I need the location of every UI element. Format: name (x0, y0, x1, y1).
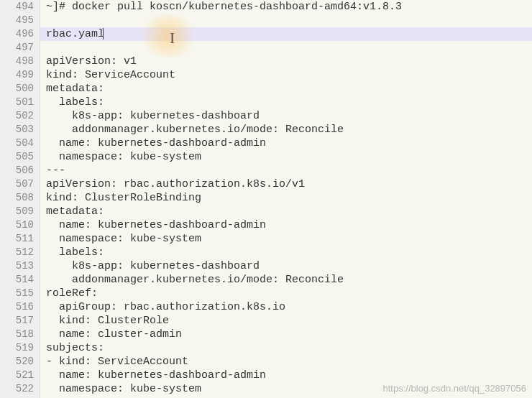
line-number: 500 (6, 82, 35, 96)
text-caret (103, 28, 104, 40)
line-number: 517 (6, 314, 35, 328)
code-line[interactable]: apiVersion: rbac.authorization.k8s.io/v1 (46, 177, 532, 191)
code-line[interactable]: addonmanager.kubernetes.io/mode: Reconci… (46, 123, 532, 136)
code-line[interactable]: metadata: (46, 205, 532, 218)
code-line[interactable]: namespace: kube-system (46, 232, 532, 246)
code-line[interactable]: name: kubernetes-dashboard-admin (46, 136, 532, 150)
line-number-gutter: 4944954964974984995005015025035045055065… (0, 0, 40, 398)
line-number: 521 (6, 369, 35, 382)
code-line[interactable]: rbac.yaml (40, 27, 532, 41)
code-line[interactable]: kind: ClusterRole (46, 314, 532, 328)
code-line[interactable] (46, 41, 532, 55)
code-line[interactable]: ~]# docker pull koscn/kubernetes-dashboa… (46, 0, 532, 14)
code-line[interactable]: kind: ClusterRoleBinding (46, 191, 532, 205)
code-line[interactable] (46, 14, 532, 27)
code-line[interactable]: apiVersion: v1 (46, 55, 532, 68)
line-number: 510 (6, 218, 35, 232)
line-number: 505 (6, 150, 35, 164)
code-line[interactable]: --- (46, 164, 532, 177)
line-number: 514 (6, 273, 35, 287)
line-number: 496 (6, 27, 35, 41)
line-number: 518 (6, 328, 35, 341)
code-line[interactable]: roleRef: (46, 287, 532, 300)
code-line[interactable]: namespace: kube-system (46, 382, 532, 396)
code-line[interactable]: name: kubernetes-dashboard-admin (46, 369, 532, 382)
code-line[interactable]: k8s-app: kubernetes-dashboard (46, 109, 532, 123)
line-number: 519 (6, 341, 35, 355)
line-number: 515 (6, 287, 35, 300)
line-number: 509 (6, 205, 35, 218)
line-number: 512 (6, 246, 35, 259)
line-number: 511 (6, 232, 35, 246)
code-line[interactable]: labels: (46, 96, 532, 109)
line-number: 501 (6, 96, 35, 109)
line-number: 497 (6, 41, 35, 55)
line-number: 498 (6, 55, 35, 68)
line-number: 502 (6, 109, 35, 123)
line-number: 507 (6, 177, 35, 191)
line-number: 506 (6, 164, 35, 177)
line-number: 495 (6, 14, 35, 27)
line-number: 516 (6, 300, 35, 314)
line-number: 520 (6, 355, 35, 369)
code-line[interactable]: name: cluster-admin (46, 328, 532, 341)
line-number: 499 (6, 68, 35, 82)
code-line[interactable]: kind: ServiceAccount (46, 68, 532, 82)
code-line[interactable]: labels: (46, 246, 532, 259)
code-line[interactable]: - kind: ServiceAccount (46, 355, 532, 369)
code-line[interactable]: namespace: kube-system (46, 150, 532, 164)
code-line[interactable]: metadata: (46, 82, 532, 96)
code-line[interactable]: k8s-app: kubernetes-dashboard (46, 259, 532, 273)
code-line[interactable]: subjects: (46, 341, 532, 355)
line-number: 508 (6, 191, 35, 205)
line-number: 503 (6, 123, 35, 136)
line-number: 494 (6, 0, 35, 14)
code-content[interactable]: ~]# docker pull koscn/kubernetes-dashboa… (40, 0, 532, 398)
code-line[interactable]: name: kubernetes-dashboard-admin (46, 218, 532, 232)
code-line[interactable]: addonmanager.kubernetes.io/mode: Reconci… (46, 273, 532, 287)
line-number: 513 (6, 259, 35, 273)
code-editor[interactable]: 4944954964974984995005015025035045055065… (0, 0, 532, 398)
line-number: 504 (6, 136, 35, 150)
line-number: 522 (6, 382, 35, 396)
code-line[interactable]: apiGroup: rbac.authorization.k8s.io (46, 300, 532, 314)
